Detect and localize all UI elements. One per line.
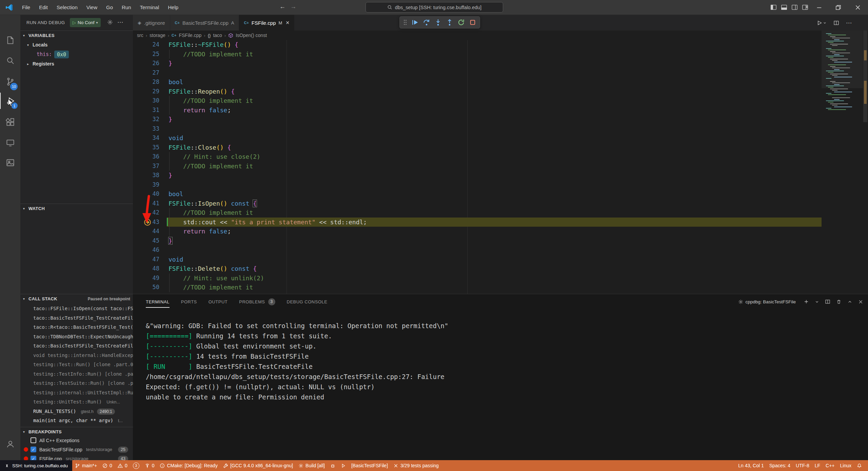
menu-run[interactable]: Run xyxy=(117,0,136,15)
status-c-[interactable]: C++ xyxy=(823,460,837,471)
activity-remote-explorer-icon[interactable] xyxy=(0,134,20,151)
variables-section-header[interactable]: ▾ VARIABLES xyxy=(20,31,133,40)
registers-tree-item[interactable]: ▸ Registers xyxy=(20,59,133,69)
panel-tab-problems[interactable]: PROBLEMS3 xyxy=(239,294,275,309)
split-editor-icon[interactable] xyxy=(833,20,839,26)
breakpoint-row[interactable]: All C++ Exceptions xyxy=(20,436,133,445)
breadcrumb-item[interactable]: IsOpen() const xyxy=(236,33,267,38)
breadcrumb-item[interactable]: src xyxy=(137,33,143,38)
breakpoint-row[interactable]: ✓BasicTestFSFile.cpptests/storage25 xyxy=(20,445,133,454)
status-wrench[interactable]: [GCC 9.4.0 x86_64-linux-gnu] xyxy=(220,460,296,471)
start-debug-icon[interactable]: ▷ xyxy=(73,20,76,25)
status-branch[interactable]: main*+ xyxy=(72,460,100,471)
status-antenna[interactable]: 0 xyxy=(142,460,157,471)
call-stack-frame[interactable]: taco::R<taco::BasicTestFSFile_Test( xyxy=(20,323,133,332)
maximize-panel-icon[interactable] xyxy=(847,299,852,304)
breakpoints-section-header[interactable]: ▾ BREAKPOINTS xyxy=(20,427,133,436)
call-stack-frame[interactable]: main(int argc, char ** argv)t... xyxy=(20,416,133,426)
activity-explorer-icon[interactable] xyxy=(0,32,20,48)
breakpoint-checkbox[interactable]: ✓ xyxy=(31,447,36,452)
window-restore-icon[interactable] xyxy=(835,4,842,11)
breadcrumb-item[interactable]: storage xyxy=(150,33,165,38)
debug-stop-icon[interactable] xyxy=(469,19,476,26)
window-minimize-icon[interactable] xyxy=(816,4,823,11)
call-stack-section-header[interactable]: ▾ CALL STACK Paused on breakpoint xyxy=(20,294,133,303)
call-stack-frame[interactable]: RUN_ALL_TESTS()gtest.h2490:1 xyxy=(20,407,133,416)
call-stack-frame[interactable]: taco::BasicTestFSFile_TestCreateFil xyxy=(20,314,133,323)
panel-tab-output[interactable]: OUTPUT xyxy=(209,294,228,309)
terminal-session[interactable]: cppdbg: BasicTestFSFile xyxy=(738,299,796,304)
more-actions-icon[interactable]: ⋯ xyxy=(117,19,123,26)
status-play[interactable] xyxy=(338,460,349,471)
command-center-search[interactable]: dbs_setup [SSH: turing.cse.buffalo.edu] xyxy=(366,2,503,13)
drag-grip-icon[interactable] xyxy=(403,19,407,26)
status-remote[interactable]: SSH: turing.cse.buffalo.edu xyxy=(0,460,72,471)
code-editor[interactable]: FSFile::~FSFile() { //TODO implement it}… xyxy=(169,40,367,292)
terminal-output[interactable]: &"warning: GDB: Failed to set controllin… xyxy=(146,321,448,402)
tab-BasicTestFSFile.cpp[interactable]: C+BasicTestFSFile.cppA xyxy=(170,15,239,31)
call-stack-frame[interactable]: taco::FSFile::IsOpen(const taco::FS xyxy=(20,304,133,314)
status-ln-43-col-1[interactable]: Ln 43, Col 1 xyxy=(735,460,767,471)
status--basictestfsfile-[interactable]: [BasicTestFSFile] xyxy=(349,460,391,471)
nav-back-icon[interactable]: ← xyxy=(279,3,285,10)
run-menu-icon[interactable] xyxy=(816,20,827,26)
status-error[interactable]: 0 xyxy=(100,460,115,471)
menu-help[interactable]: Help xyxy=(163,0,183,15)
panel-tab-ports[interactable]: PORTS xyxy=(181,294,197,309)
activity-account-icon[interactable] xyxy=(0,436,20,452)
call-stack-frame[interactable]: testing::TestSuite::Run() [clone .p xyxy=(20,379,133,388)
call-stack-frame[interactable]: taco::BasicTestFSFile_TestCreateFil xyxy=(20,341,133,351)
breadcrumb-item[interactable]: FSFile.cpp xyxy=(179,33,201,38)
activity-image-preview-icon[interactable] xyxy=(0,154,20,171)
debug-step-into-icon[interactable] xyxy=(434,19,442,26)
debug-step-over-icon[interactable] xyxy=(423,19,430,26)
menu-go[interactable]: Go xyxy=(102,0,117,15)
activity-extensions-icon[interactable] xyxy=(0,114,20,130)
customize-layout-icon[interactable] xyxy=(802,4,808,11)
menu-view[interactable]: View xyxy=(82,0,102,15)
breakpoint-row[interactable]: ✓FSFile.cppsrc/storage43 xyxy=(20,454,133,460)
menu-edit[interactable]: Edit xyxy=(35,0,52,15)
tab-.gitignore[interactable]: ◈.gitignore xyxy=(133,15,170,31)
call-stack-frame[interactable]: taco::TDBNonDBTest::ExpectNoUncaugh xyxy=(20,332,133,342)
menu-file[interactable]: File xyxy=(18,0,35,15)
breakpoint-checkbox[interactable]: ✓ xyxy=(31,456,36,460)
status-utf-8[interactable]: UTF-8 xyxy=(793,460,812,471)
menu-terminal[interactable]: Terminal xyxy=(136,0,164,15)
status-bug[interactable] xyxy=(328,460,338,471)
toggle-sidebar-icon[interactable] xyxy=(770,4,777,11)
status-bell[interactable] xyxy=(854,460,865,471)
debug-step-out-icon[interactable] xyxy=(446,19,453,26)
close-panel-icon[interactable] xyxy=(858,299,863,304)
toggle-panel-icon[interactable] xyxy=(781,4,787,11)
call-stack-frame[interactable]: void testing::internal::HandleExcep xyxy=(20,351,133,360)
editor-scrollbar[interactable] xyxy=(863,31,867,122)
locals-tree-item[interactable]: ▾ Locals xyxy=(20,40,133,50)
status-warning[interactable]: 0 xyxy=(115,460,130,471)
window-close-icon[interactable] xyxy=(854,4,861,11)
status-spaces-4[interactable]: Spaces: 4 xyxy=(767,460,793,471)
call-stack-frame[interactable]: testing::internal::UnitTestImpl::Ru xyxy=(20,388,133,398)
call-stack-frame[interactable]: testing::UnitTest::Run()Unkn... xyxy=(20,397,133,407)
watch-section-header[interactable]: ▾ WATCH xyxy=(20,204,133,213)
breadcrumb-item[interactable]: taco xyxy=(213,33,222,38)
variable-this-row[interactable]: this: 0x0 xyxy=(20,50,133,59)
tab-close-icon[interactable]: ✕ xyxy=(285,20,290,25)
activity-search-icon[interactable] xyxy=(0,52,20,69)
editor-more-actions-icon[interactable]: ⋯ xyxy=(846,19,852,26)
minimap-slider[interactable] xyxy=(822,31,863,88)
panel-tab-debug-console[interactable]: DEBUG CONSOLE xyxy=(287,294,328,309)
panel-tab-terminal[interactable]: TERMINAL xyxy=(146,294,170,309)
split-terminal-icon[interactable] xyxy=(825,299,830,304)
debug-restart-icon[interactable] xyxy=(457,19,465,26)
new-terminal-icon[interactable] xyxy=(804,299,809,304)
status-close[interactable]: 3/29 tests passing xyxy=(391,460,441,471)
kill-terminal-icon[interactable] xyxy=(836,299,842,304)
debug-settings-gear-icon[interactable] xyxy=(107,19,113,25)
status-gear[interactable]: Build [all] xyxy=(296,460,328,471)
call-stack-frame[interactable]: testing::TestInfo::Run() [clone .pa xyxy=(20,370,133,379)
tab-FSFile.cpp[interactable]: C+FSFile.cppM✕ xyxy=(239,15,295,31)
menu-selection[interactable]: Selection xyxy=(52,0,82,15)
debug-config-dropdown[interactable]: ▷ No Conf ▾ xyxy=(70,18,101,27)
status-linux[interactable]: Linux xyxy=(837,460,854,471)
